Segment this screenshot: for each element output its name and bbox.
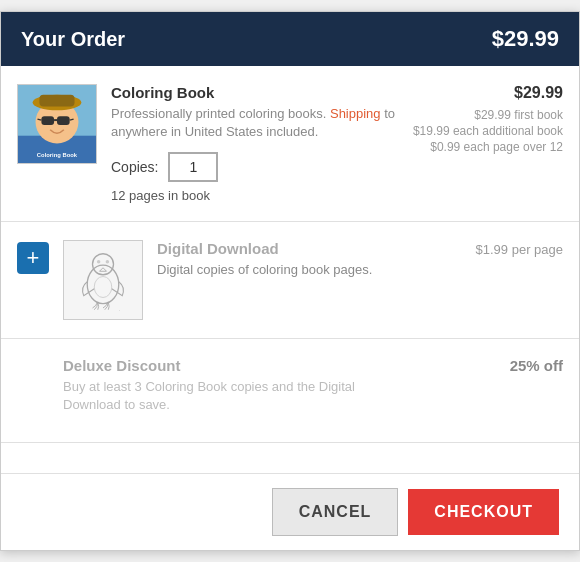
svg-rect-9 — [39, 95, 74, 107]
cancel-button[interactable]: CANCEL — [272, 488, 399, 536]
svg-rect-3 — [41, 116, 54, 125]
deluxe-discount-section: Deluxe Discount Buy at least 3 Coloring … — [1, 339, 579, 443]
coloring-book-left: Coloring Book Coloring Book Professional… — [17, 84, 403, 202]
price-detail-1: $29.99 first book — [403, 108, 563, 122]
digital-download-info: Digital Download Digital copies of color… — [157, 240, 403, 289]
coloring-book-name: Coloring Book — [111, 84, 403, 101]
svg-line-6 — [38, 119, 42, 120]
deluxe-discount-description: Buy at least 3 Coloring Book copies and … — [63, 378, 403, 414]
copies-input[interactable] — [168, 152, 218, 182]
price-detail-2: $19.99 each additional book — [403, 124, 563, 138]
discount-value-col: 25% off — [403, 357, 563, 375]
desc-plain: Professionally printed coloring books. — [111, 106, 326, 121]
deluxe-discount-name: Deluxe Discount — [63, 357, 403, 374]
digital-download-name: Digital Download — [157, 240, 403, 257]
digital-download-price: $1.99 per page — [476, 242, 563, 257]
pages-info: 12 pages in book — [111, 188, 403, 203]
order-header: Your Order $29.99 — [1, 12, 579, 66]
svg-point-15 — [94, 276, 112, 297]
discount-info: Deluxe Discount Buy at least 3 Coloring … — [17, 357, 403, 414]
add-digital-download-button[interactable]: + — [17, 242, 49, 274]
desc-link: Shipping — [330, 106, 381, 121]
coloring-book-info: Coloring Book Professionally printed col… — [111, 84, 403, 202]
discount-value: 25% off — [510, 357, 563, 374]
digital-download-left: + — [17, 240, 403, 320]
order-title: Your Order — [21, 28, 125, 51]
coloring-book-price-main: $29.99 — [403, 84, 563, 102]
digital-download-svg: · — [68, 245, 138, 315]
coloring-book-section: Coloring Book Coloring Book Professional… — [1, 66, 579, 221]
digital-download-description: Digital copies of coloring book pages. — [157, 261, 403, 279]
svg-point-14 — [106, 259, 110, 263]
svg-text:·: · — [119, 305, 121, 312]
order-footer: CANCEL CHECKOUT — [1, 473, 579, 550]
coloring-book-description: Professionally printed coloring books. S… — [111, 105, 403, 141]
digital-download-section: + — [1, 222, 579, 339]
coloring-book-image: Coloring Book — [17, 84, 97, 164]
spacer — [1, 443, 579, 473]
price-detail-3: $0.99 each page over 12 — [403, 140, 563, 154]
checkout-button[interactable]: CHECKOUT — [408, 489, 559, 535]
copies-label: Copies: — [111, 159, 158, 175]
svg-rect-4 — [57, 116, 70, 125]
coloring-book-image-svg: Coloring Book — [18, 84, 96, 164]
svg-point-13 — [97, 259, 101, 263]
copies-row: Copies: — [111, 152, 403, 182]
digital-download-image: · — [63, 240, 143, 320]
coloring-book-price-col: $29.99 $29.99 first book $19.99 each add… — [403, 84, 563, 156]
svg-line-7 — [70, 119, 74, 120]
digital-download-price-col: $1.99 per page — [403, 240, 563, 258]
svg-text:Coloring Book: Coloring Book — [37, 152, 78, 158]
order-modal: Your Order $29.99 — [0, 11, 580, 551]
order-total-price: $29.99 — [492, 26, 559, 52]
